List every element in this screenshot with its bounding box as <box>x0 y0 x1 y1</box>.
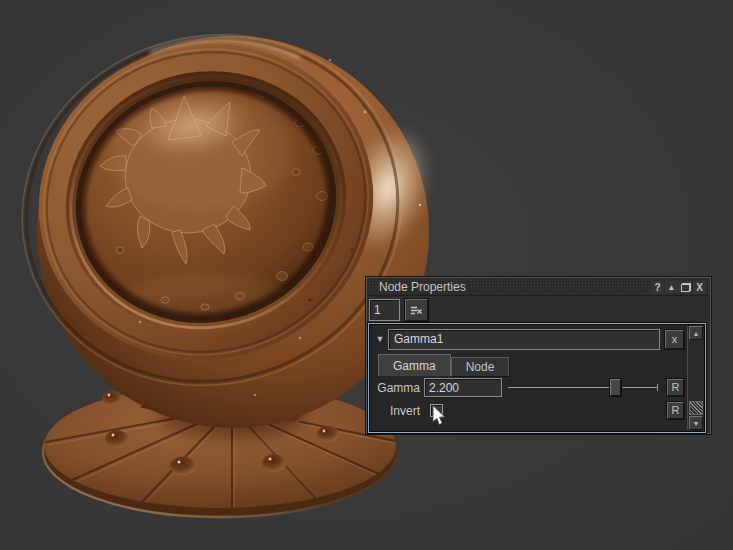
close-icon[interactable]: X <box>693 281 706 294</box>
node-properties-panel: Node Properties ? ▲ X ▼ x <box>366 277 711 434</box>
collapse-panel-icon[interactable]: ▲ <box>665 281 678 294</box>
scrollbar-thumb[interactable] <box>689 401 703 415</box>
properties-scrollbar[interactable]: ▲ ▼ <box>687 326 703 430</box>
mouse-cursor <box>432 405 446 426</box>
gamma-property-row: Gamma R <box>372 377 684 398</box>
gamma-label: Gamma <box>372 381 424 395</box>
titlebar-icons: ? ▲ X <box>651 281 706 294</box>
node-header-row: ▼ x <box>372 328 684 350</box>
scroll-up-icon[interactable]: ▲ <box>689 326 703 340</box>
invert-property-row: Invert R <box>372 400 684 421</box>
help-icon[interactable]: ? <box>651 281 664 294</box>
restore-glyph <box>681 283 691 292</box>
slider-track[interactable] <box>508 387 658 388</box>
invert-label: Invert <box>372 404 424 418</box>
gamma-slider[interactable] <box>508 378 658 397</box>
slider-handle[interactable] <box>610 379 621 396</box>
chevron-down-icon[interactable]: ▼ <box>372 334 388 344</box>
application-stage: Node Properties ? ▲ X ▼ x <box>0 0 733 550</box>
arrow-cursor-icon <box>432 405 446 426</box>
list-delete-icon <box>410 305 423 316</box>
count-input[interactable] <box>369 299 400 321</box>
scroll-down-icon[interactable]: ▼ <box>689 416 703 430</box>
tab-node[interactable]: Node <box>451 357 510 376</box>
invert-reset-button[interactable]: R <box>667 402 684 419</box>
node-name-input[interactable] <box>388 329 660 350</box>
node-properties-content: ▼ x Gamma Node Gamma R Invert <box>368 323 706 433</box>
gamma-value-input[interactable] <box>424 378 502 397</box>
panel-title: Node Properties <box>379 280 466 295</box>
clear-list-button[interactable] <box>405 299 428 321</box>
tab-bar: Gamma Node <box>378 354 509 376</box>
restore-icon[interactable] <box>679 281 692 294</box>
gamma-reset-button[interactable]: R <box>667 379 684 396</box>
slider-end-tick <box>657 384 658 391</box>
remove-node-button[interactable]: x <box>665 330 684 349</box>
panel-toolrow <box>369 299 428 322</box>
material-preview-viewport[interactable] <box>0 0 733 550</box>
tab-gamma[interactable]: Gamma <box>378 354 451 376</box>
shader-ball-scene <box>0 0 733 550</box>
panel-titlebar[interactable]: Node Properties ? ▲ X <box>368 279 709 296</box>
